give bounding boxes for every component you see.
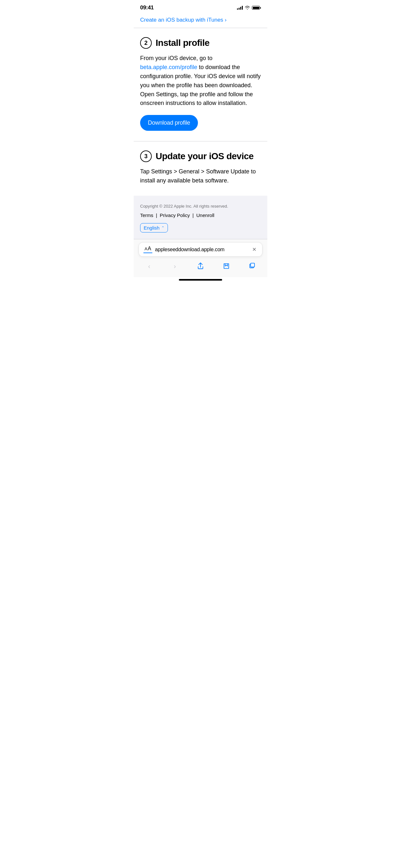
install-profile-title: Install profile: [156, 38, 210, 48]
home-indicator-bar: [179, 279, 222, 281]
svg-rect-1: [251, 263, 254, 267]
download-profile-button[interactable]: Download profile: [140, 115, 198, 131]
top-banner: Create an iOS backup with iTunes ›: [134, 13, 267, 28]
terms-link[interactable]: Terms: [140, 213, 153, 218]
footer: Copyright © 2022 Apple Inc. All rights r…: [134, 196, 267, 239]
status-icons: [237, 6, 261, 10]
install-profile-section: 2 Install profile From your iOS device, …: [134, 28, 267, 141]
tabs-icon: [248, 262, 255, 270]
close-icon[interactable]: ✕: [251, 246, 258, 253]
unenroll-link[interactable]: Unenroll: [196, 213, 214, 218]
share-icon: [197, 262, 204, 270]
signal-bar-3: [240, 7, 241, 10]
step-2-circle: 2: [140, 37, 152, 49]
update-ios-header: 3 Update your iOS device: [140, 151, 261, 162]
forward-button[interactable]: ›: [168, 259, 182, 273]
wifi-icon: [245, 6, 250, 10]
footer-copyright: Copyright © 2022 Apple Inc. All rights r…: [140, 204, 261, 209]
footer-links: Terms | Privacy Policy | Unenroll: [140, 213, 261, 218]
safari-address-left: AA appleseeddownload.apple.com: [143, 246, 224, 253]
signal-bar-1: [237, 8, 238, 10]
language-label: English: [144, 225, 159, 230]
itunes-backup-link[interactable]: Create an iOS backup with iTunes ›: [140, 17, 227, 23]
privacy-policy-link[interactable]: Privacy Policy: [160, 213, 190, 218]
bookmarks-icon: [223, 262, 230, 270]
signal-icon: [237, 6, 243, 10]
home-indicator: [134, 277, 267, 283]
step-3-circle: 3: [140, 151, 152, 162]
language-selector[interactable]: English ⌃: [140, 223, 168, 232]
safari-aa-text: AA: [145, 246, 151, 252]
status-time: 09:41: [140, 4, 154, 11]
safari-aa-underline: [143, 252, 152, 253]
safari-nav-bar: ‹ ›: [139, 256, 262, 273]
safari-url[interactable]: appleseeddownload.apple.com: [155, 247, 224, 252]
chevron-down-icon: ⌃: [161, 226, 164, 230]
safari-address-bar: AA appleseeddownload.apple.com ✕: [139, 243, 262, 256]
update-ios-body: Tap Settings > General > Software Update…: [140, 167, 261, 185]
share-button[interactable]: [193, 259, 208, 273]
bookmarks-button[interactable]: [219, 259, 234, 273]
update-ios-title: Update your iOS device: [156, 151, 253, 161]
status-bar: 09:41: [134, 0, 267, 13]
tabs-button[interactable]: [245, 259, 259, 273]
safari-bottom-bar: AA appleseeddownload.apple.com ✕ ‹ ›: [134, 239, 267, 277]
update-ios-section: 3 Update your iOS device Tap Settings > …: [134, 142, 267, 196]
body-text-1: From your iOS device, go to: [140, 55, 212, 61]
signal-bar-2: [239, 8, 240, 10]
signal-bar-4: [242, 6, 243, 10]
install-profile-header: 2 Install profile: [140, 37, 261, 49]
footer-sep-1: |: [156, 213, 157, 218]
safari-aa-button[interactable]: AA: [143, 246, 152, 253]
back-button[interactable]: ‹: [142, 259, 156, 273]
footer-sep-2: |: [192, 213, 194, 218]
battery-icon: [252, 6, 261, 10]
install-profile-body: From your iOS device, go to beta.apple.c…: [140, 54, 261, 108]
beta-apple-link[interactable]: beta.apple.com/profile: [140, 64, 197, 70]
